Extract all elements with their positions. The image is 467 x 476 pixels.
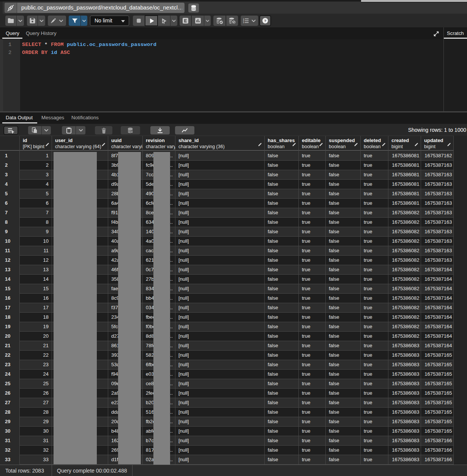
svg-text:?: ?	[264, 19, 266, 23]
svg-text:3: 3	[243, 21, 244, 24]
